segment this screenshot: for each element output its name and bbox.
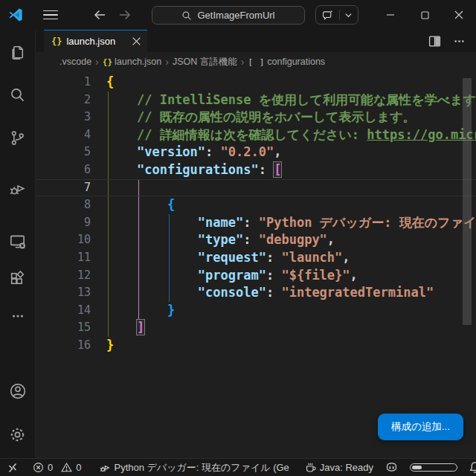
code-line-14[interactable]: 14 } [36, 302, 476, 320]
breadcrumb-vscode[interactable]: .vscode [60, 57, 91, 67]
code-line-3[interactable]: 3 // 既存の属性の説明をホバーして表示します。 [36, 109, 476, 126]
line-number[interactable]: 5 [36, 144, 91, 161]
java-label: Java: Ready [320, 462, 373, 473]
bell-icon[interactable] [469, 461, 476, 474]
tab-bar: {} launch.json [36, 30, 476, 52]
remote-indicator[interactable] [7, 462, 19, 474]
code-line-16[interactable]: 16} [36, 337, 476, 355]
code-lines: 1{2 // IntelliSense を使用して利用可能な属性を学べます。3 … [36, 74, 476, 355]
code-line-12[interactable]: 12 "program": "${file}", [36, 267, 476, 285]
line-content: "version": "0.2.0", [91, 144, 281, 161]
breadcrumb-configurations[interactable]: configurations [267, 57, 325, 67]
chevron-right-icon: › [165, 56, 169, 68]
line-number[interactable]: 1 [36, 74, 91, 91]
tab-label: launch.json [66, 36, 115, 47]
copilot-icon [385, 460, 399, 475]
line-number[interactable]: 10 [36, 231, 91, 249]
tab-close-icon[interactable] [132, 36, 141, 46]
code-line-5[interactable]: 5 "version": "0.2.0", [36, 144, 476, 161]
code-line-15[interactable]: 15 ] [36, 319, 476, 337]
breadcrumbs: .vscode › {} launch.json › JSON 言語機能 › [… [36, 52, 476, 71]
code-line-2[interactable]: 2 // IntelliSense を使用して利用可能な属性を学べます。 [36, 91, 476, 109]
code-line-13[interactable]: 13 "console": "integratedTerminal" [36, 284, 476, 302]
json-braces-icon: {} [51, 36, 62, 47]
code-line-11[interactable]: 11 "request": "launch", [36, 249, 476, 267]
close-button[interactable] [442, 0, 476, 30]
more-actions-icon[interactable] [453, 35, 466, 48]
run-and-debug-icon[interactable] [6, 176, 30, 200]
search-icon [181, 10, 192, 21]
line-content: "request": "launch", [91, 249, 350, 267]
explorer-icon[interactable] [6, 40, 30, 64]
line-number[interactable]: 9 [36, 214, 91, 232]
divider [339, 10, 340, 20]
line-content: "console": "integratedTerminal" [91, 284, 434, 302]
search-view-icon[interactable] [6, 83, 30, 106]
activity-bar [0, 30, 36, 458]
line-content: ] [91, 319, 144, 337]
remote-explorer-icon[interactable] [6, 230, 30, 254]
minimize-button[interactable] [373, 0, 408, 30]
tab-launch-json[interactable]: {} launch.json [44, 30, 147, 52]
maximize-button[interactable] [408, 0, 442, 30]
line-content: "program": "${file}", [91, 267, 358, 285]
back-arrow-icon[interactable] [92, 7, 107, 22]
command-center-search[interactable]: GetImageFromUrl [152, 6, 305, 25]
code-line-9[interactable]: 9 "name": "Python デバッガー: 現在のファイル", [36, 214, 476, 232]
error-circle-icon [33, 462, 44, 473]
code-line-6[interactable]: 6 "configurations": [ [36, 161, 476, 179]
add-configuration-button[interactable]: 構成の追加... [378, 414, 463, 440]
vertical-scrollbar[interactable] [463, 78, 472, 325]
settings-gear-icon[interactable] [6, 422, 30, 446]
line-number[interactable]: 13 [36, 284, 91, 302]
line-number[interactable]: 7 [36, 179, 91, 197]
line-content: } [91, 337, 114, 355]
remote-icon [7, 462, 19, 474]
line-number[interactable]: 16 [36, 337, 91, 355]
line-number[interactable]: 4 [36, 126, 91, 144]
code-line-7[interactable]: 7 [36, 179, 476, 197]
line-content: // 既存の属性の説明をホバーして表示します。 [91, 109, 416, 126]
source-control-icon[interactable] [6, 126, 30, 149]
line-number[interactable]: 6 [36, 161, 91, 179]
line-content [91, 179, 106, 197]
line-content: "type": "debugpy", [91, 231, 335, 249]
search-value: GetImageFromUrl [197, 10, 274, 21]
more-views-icon[interactable] [6, 304, 30, 328]
line-number[interactable]: 8 [36, 196, 91, 214]
coffee-cup-icon [305, 462, 317, 474]
line-number[interactable]: 11 [36, 249, 91, 267]
array-symbol-icon: [ ] [248, 57, 265, 67]
chevron-right-icon: › [95, 56, 99, 68]
debug-status[interactable]: Python デバッガー: 現在のファイル (Ge [99, 461, 289, 475]
line-content: { [91, 74, 114, 91]
line-number[interactable]: 3 [36, 109, 91, 126]
breadcrumb-launch-json[interactable]: launch.json [115, 57, 161, 67]
code-line-10[interactable]: 10 "type": "debugpy", [36, 231, 476, 249]
breadcrumb-json-language[interactable]: JSON 言語機能 [173, 56, 237, 68]
line-number[interactable]: 15 [36, 319, 91, 337]
copilot-chat-button[interactable] [315, 5, 358, 25]
line-number[interactable]: 2 [36, 91, 91, 109]
forward-arrow-icon[interactable] [118, 7, 132, 22]
java-status[interactable]: Java: Ready [305, 462, 373, 474]
warning-count: 0 [76, 462, 81, 473]
account-icon[interactable] [6, 379, 30, 403]
chevron-down-icon[interactable] [344, 11, 353, 19]
problems-indicator[interactable]: 0 0 [33, 462, 81, 473]
line-number[interactable]: 12 [36, 267, 91, 285]
titlebar: GetImageFromUrl [0, 0, 476, 30]
code-line-4[interactable]: 4 // 詳細情報は次を確認してください: https://go.microso… [36, 126, 476, 144]
split-editor-icon[interactable] [428, 35, 441, 48]
code-editor[interactable]: 1{2 // IntelliSense を使用して利用可能な属性を学べます。3 … [36, 71, 476, 458]
line-content: } [91, 302, 175, 320]
menu-icon[interactable] [43, 7, 58, 22]
extensions-icon[interactable] [6, 267, 30, 291]
progress-pill[interactable] [410, 463, 457, 472]
code-line-1[interactable]: 1{ [36, 74, 476, 91]
code-line-8[interactable]: 8 { [36, 196, 476, 214]
line-content: "name": "Python デバッガー: 現在のファイル", [91, 214, 476, 232]
copilot-status[interactable] [385, 460, 399, 475]
chevron-right-icon: › [241, 56, 245, 68]
line-number[interactable]: 14 [36, 302, 91, 320]
